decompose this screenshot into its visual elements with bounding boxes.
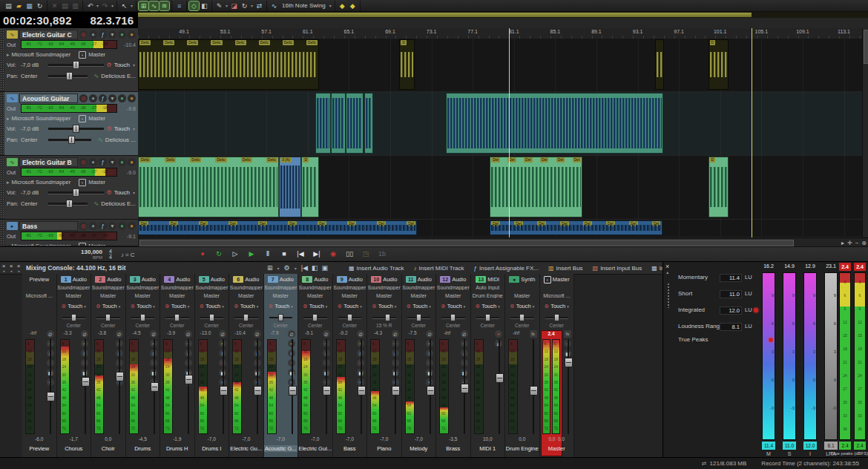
routing-matrix-button[interactable]: ▯▯ [343,248,356,259]
mute-icon[interactable]: ● [495,330,502,338]
save-project-icon[interactable]: ▦ [24,1,34,10]
strip-output-label[interactable]: Soundmapper [367,285,401,290]
time-position[interactable]: 00:02:30,892 [3,14,72,27]
send-dest-label[interactable]: Master [88,51,105,58]
pointer-tool-icon[interactable]: ↖ [119,1,129,10]
strip-dest-label[interactable]: Master [126,293,160,298]
dropdown-icon[interactable]: ▾ [108,30,116,39]
io-icon[interactable]: ● [118,94,126,102]
strip-fader-handle[interactable] [151,382,159,392]
track-panel[interactable]: ▸Bass◎●ƒ▾●●Out-81-72-63-54-45-36-27-18-9… [0,220,138,246]
envelope-icon[interactable]: ● [128,222,136,230]
dropdown-caret-icon[interactable]: ▾ [111,3,114,8]
pause-button[interactable]: Ⅱ [261,248,274,259]
volume-value[interactable]: -7,0 dB [21,125,46,132]
strip-name-label[interactable]: Chorus [57,445,91,452]
strip-peak-value[interactable]: -3.3 [58,330,78,335]
play-button[interactable]: ▶ [245,248,258,259]
pan-slider[interactable] [48,139,91,142]
record-button[interactable]: ● [196,248,209,259]
fx-plugin-name[interactable]: Delicious E... [101,200,136,207]
phase-icon[interactable]: ∅ [323,330,330,338]
auto-crossfade-icon[interactable]: ◇ [189,1,199,10]
rotate-tool-icon[interactable]: ↻ [240,1,249,10]
pan-slider-handle[interactable] [385,314,390,321]
monitor-icon[interactable]: ● [89,222,97,230]
envelope-icon[interactable]: ● [128,30,136,39]
send-dest-label[interactable]: Master [88,115,105,122]
panel-drag-grip[interactable] [667,283,669,308]
fx-icon[interactable]: ƒ [99,94,107,102]
strip-output-label[interactable]: Soundmapper [91,285,125,290]
phase-icon[interactable]: ∅ [426,330,433,338]
volume-slider-handle[interactable] [73,125,79,133]
strip-automation-mode[interactable]: ⚙Touch▾ [402,303,436,309]
strip-automation-mode[interactable]: ⚙Touch▾ [367,303,401,309]
arrange-track-row[interactable]: DelDelDelDelDelDelDelDelDelDelDelDelDelD… [138,220,868,237]
strip-peak-value[interactable]: -4.3 [368,330,388,335]
mouse-modifier-b-icon[interactable]: ◆ [348,1,358,10]
monitor-icon[interactable]: ● [89,94,97,102]
io-icon[interactable]: ● [118,158,126,166]
strip-fader[interactable] [530,339,538,434]
zoom-out-icon[interactable]: − [855,240,859,246]
strip-automation-mode[interactable]: ⚙Touch▾ [540,303,574,309]
pan-value[interactable]: Center [21,73,46,79]
bpm-display[interactable]: 130,000 BPM [74,249,102,260]
arrange-track-row[interactable]: DelicDelicDelicDelicDelicDelicDelicDelic… [138,39,868,92]
strip-dest-label[interactable]: Master [298,293,332,298]
dropdown-icon[interactable]: ▾ [108,94,116,102]
automation-mode-label[interactable]: Touch [114,62,130,68]
item-edit-icon[interactable]: ◧ [200,1,209,10]
strip-pan[interactable]: Center [160,314,194,329]
pan-slider-track[interactable] [200,317,224,319]
strip-name-label[interactable]: Melody [402,445,436,452]
fx-icon[interactable]: ƒ [99,222,107,230]
strip-automation-mode[interactable]: ⚙Touch▾ [57,303,91,309]
strip-pan[interactable]: Center [91,314,125,329]
strip-output-label[interactable]: Soundmapper [333,285,367,290]
swing-mode-label[interactable]: 16th Note Swing [282,2,326,9]
strip-peak-value[interactable]: -9.2 [334,330,354,335]
zoom-fit-icon[interactable]: ✛ [847,240,852,246]
fx-icon[interactable]: ƒ [99,158,107,166]
insert-bus-button[interactable]: ▥Insert Bus [548,265,583,272]
fxt-icon[interactable]: fx [564,330,571,338]
strip-pan[interactable]: Center [126,314,160,329]
arrange-track-row[interactable] [138,92,868,156]
strip-fader-handle[interactable] [47,392,55,401]
stop-button[interactable]: ■ [277,248,291,259]
strip-name-label[interactable]: Master [540,445,574,452]
strip-peak-value[interactable]: -inf [23,330,43,335]
track-drag-grip[interactable] [0,156,4,219]
paste-icon[interactable]: ▥ [70,1,80,10]
insert-midi-track-button[interactable]: ♪Insert MIDI Track [414,265,464,272]
automation-mode-label[interactable]: Touch [114,125,130,132]
strip-automation-mode[interactable]: ⚙Touch▾ [264,303,298,309]
pan-slider-handle[interactable] [243,314,249,321]
pan-slider-handle[interactable] [174,314,180,321]
strip-name-label[interactable]: Electric Gui... [298,445,332,452]
pan-slider-track[interactable] [476,317,500,319]
arrange-view[interactable]: DelicDelicDelicDelicDelicDelicDelicDelic… [138,39,868,237]
strip-fader-handle[interactable] [185,375,193,384]
volume-value[interactable]: -7,0 dB [21,189,46,196]
strip-pan[interactable]: Center [505,314,539,329]
io-icon[interactable]: ● [118,222,126,230]
insert-input-bus-button[interactable]: ▧Insert Input Bus [593,265,642,272]
track-name-field[interactable]: Electric Guitar C [19,30,78,39]
strip-automation-mode[interactable]: ⚙Touch▾ [298,303,332,309]
fx-plugin-name[interactable]: Delicious ... [105,137,136,143]
strip-pan[interactable]: Center [298,314,332,329]
strip-dest-label[interactable]: Master [229,293,263,298]
strip-fader[interactable] [392,339,400,434]
strip-name-label[interactable]: Preview [22,445,56,452]
fx-plugin-icon[interactable]: ∿ [94,200,99,207]
mixer-strip[interactable]: 13MIDIAuto InputDrum Engine⚙Touch▾Center… [471,274,506,458]
strip-automation-mode[interactable]: ⚙Touch▾ [160,303,194,309]
strip-fader[interactable] [461,339,469,434]
monitoring-fx-icon[interactable]: ▣ [321,264,328,272]
ripple-edit-all-icon[interactable]: ≋ [160,1,169,10]
volume-slider[interactable] [48,191,104,194]
dropdown-caret-icon[interactable]: ▾ [96,3,99,8]
